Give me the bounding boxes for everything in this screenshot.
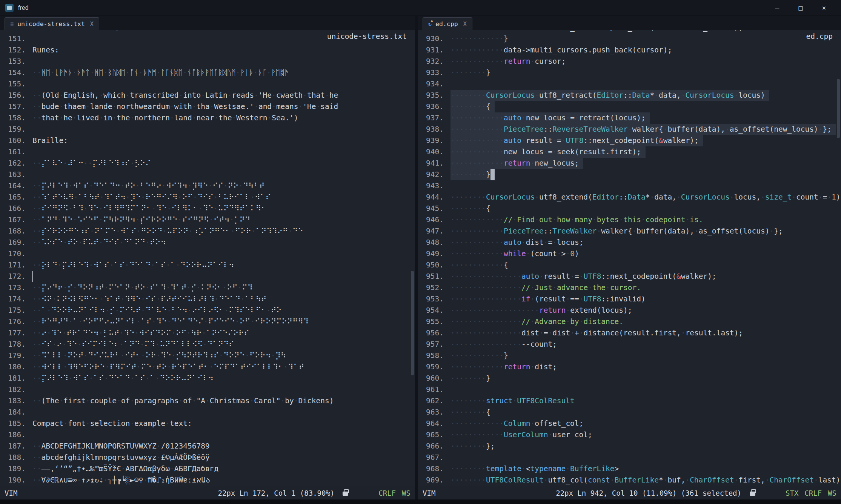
editor-line[interactable]: 956.················dist·=·dist·+·distan…	[418, 327, 841, 339]
editor-line[interactable]: 178.··⠊⠎·⠔·⠹⠑·⠎⠊⠍⠊⠇⠑⠆·⠁⠝⠙·⠍⠹·⠥⠝⠙⠁⠇⠇⠪⠫·⠙⠁…	[0, 339, 415, 350]
editor-line[interactable]: 944.········CursorLocus·utf8_extend(Edit…	[418, 192, 841, 203]
editor-line[interactable]: 157.··bude·thaem·lande·northweardum·with…	[0, 101, 415, 112]
editor-line[interactable]: 161.	[0, 146, 415, 158]
editor-line[interactable]: 932.············return·cursor;	[418, 56, 841, 67]
editor-line[interactable]: 963.········{	[418, 407, 841, 418]
editor-line[interactable]: 190.··∀∂∈ℝ∧∪≡∞·↑↗↨↻⇣·┐┼╔╘░►☺♀·ﬁ�⑀₂ἠḂӥẄɐː…	[0, 475, 415, 486]
editor-line[interactable]: 945.········{	[418, 203, 841, 214]
editor-line[interactable]: 156.··(Old·English,·which·transcribed·in…	[0, 90, 415, 101]
editor-line[interactable]: 162.··⡌⠁⠧⠑·⠼⠁⠒··⡍⠜⠇⠑⠹⠰⠎·⡣⠕⠌	[0, 158, 415, 169]
editor-line[interactable]: 942.········}	[418, 169, 841, 180]
editor-line[interactable]: 181.··⡍⠜⠇⠑⠹·⠺⠁⠎·⠁⠎·⠙⠑⠁⠙·⠁⠎·⠁·⠙⠕⠕⠗⠤⠝⠁⠊⠇⠲	[0, 373, 415, 384]
editor-line[interactable]: 167.··⠁⠝⠙·⠹⠑·⠡⠊⠑⠋·⠍⠳⠗⠝⠻⠲·⡎⠊⠗⠕⠕⠛⠑·⠎⠊⠛⠝⠫·⠊…	[0, 214, 415, 226]
left-scrollbar-thumb[interactable]	[411, 271, 414, 375]
editor-line[interactable]: 957.················--count;	[418, 339, 841, 350]
editor-line[interactable]: 160.Braille:	[0, 135, 415, 146]
editor-line[interactable]: 169.··⠡⠕⠎⠑·⠞⠕·⠏⠥⠞·⠙⠊⠎·⠙⠁⠝⠙·⠞⠕⠲	[0, 237, 415, 248]
editor-line[interactable]: 931.············data->multi_cursors.push…	[418, 45, 841, 56]
editor-line[interactable]: 959.············return·dist;	[418, 361, 841, 373]
editor-line[interactable]: 938.············PieceTree::ReverseTreeWa…	[418, 124, 841, 135]
editor-line[interactable]: 179.··⠩⠁⠇⠇·⠝⠕⠞·⠙⠊⠌⠥⠗⠃·⠊⠞⠂·⠕⠗·⠹⠑·⡊⠳⠝⠞⠗⠹⠰⠎…	[0, 350, 415, 361]
editor-line[interactable]: 180.··⠺⠊⠇⠇·⠹⠻⠑⠋⠕⠗⠑·⠏⠻⠍⠊⠞·⠍⠑·⠞⠕·⠗⠑⠏⠑⠁⠞⠂·⠑…	[0, 361, 415, 373]
right-filename-overlay: ed.cpp	[806, 31, 833, 42]
close-button[interactable]: ×	[812, 0, 836, 16]
tab-ed-cpp[interactable]: ↻ ed.cpp X	[423, 17, 472, 30]
editor-line[interactable]: 969.········UTF8ColResult·utf8_col(const…	[418, 475, 841, 486]
editor-line[interactable]: 152.Runes:	[0, 45, 415, 56]
editor-line[interactable]: 929.················data->multi_cursors.…	[418, 30, 841, 33]
pane-divider[interactable]	[415, 16, 418, 499]
editor-line[interactable]: 951.················auto·result·=·UTF8::…	[418, 271, 841, 282]
editor-line[interactable]: 964.············Column·offset_col;	[418, 418, 841, 429]
editor-line[interactable]: 164.··⡍⠜⠇⠑⠹·⠺⠁⠎·⠙⠑⠁⠙⠒·⠞⠕·⠃⠑⠛⠔·⠺⠊⠹⠲·⡹⠻⠑·⠊…	[0, 180, 415, 192]
editor-line[interactable]: 939.············auto·result·=·UTF8::next…	[418, 135, 841, 146]
editor-line[interactable]: 934.	[418, 78, 841, 90]
editor-line[interactable]: 170.	[0, 248, 415, 260]
editor-line[interactable]: 958.············}	[418, 350, 841, 361]
editor-line[interactable]: 960.········}	[418, 373, 841, 384]
editor-line[interactable]: 168.··⡎⠊⠗⠕⠕⠛⠑⠰⠎·⠝⠁⠍⠑·⠺⠁⠎·⠛⠕⠕⠙·⠥⠏⠕⠝·⠰⡡⠁⠝⠛…	[0, 226, 415, 237]
lock-icon[interactable]	[750, 492, 755, 496]
editor-line[interactable]: 163.	[0, 169, 415, 180]
editor-line[interactable]: 952.················//·Just·advance·the·…	[418, 282, 841, 293]
editor-line[interactable]: 930.············}	[418, 33, 841, 45]
tab-unicode-stress-txt[interactable]: ≣ unicode-stress.txt X	[5, 17, 99, 30]
editor-line[interactable]: 158.··that·he·lived·in·the·northern·land…	[0, 112, 415, 124]
line-number: 189.	[0, 463, 32, 475]
minimize-button[interactable]: –	[766, 0, 789, 16]
editor-line[interactable]: 949.············while·(count·>·0)	[418, 248, 841, 260]
editor-line[interactable]: 933.········}	[418, 67, 841, 78]
editor-line[interactable]: 189.··–—‚‘’“”„†•…‰™œŠŸž€·ΑΒΓΔΩαβγδω·АБВГ…	[0, 463, 415, 475]
tab-close-button[interactable]: X	[463, 21, 467, 28]
editor-line[interactable]: 941.············return·new_locus;	[418, 158, 841, 169]
editor-line[interactable]: 954.····················return·extend(lo…	[418, 305, 841, 316]
editor-line[interactable]: 937.············auto·new_locus·=·retract…	[418, 112, 841, 124]
editor-line[interactable]: 935.········CursorLocus·utf8_retract(Edi…	[418, 90, 841, 101]
editor-line[interactable]: 950.············{	[418, 260, 841, 271]
editor-line[interactable]: 185.Compact·font·selection·example·text:	[0, 418, 415, 429]
line-number: 151.	[0, 33, 32, 45]
editor-line[interactable]: 159.	[0, 124, 415, 135]
editor-line[interactable]: 177.··⠔·⠹⠑·⠞⠗⠁⠙⠑⠲·⡃⠥⠞·⠹⠑·⠺⠊⠎⠙⠕⠍·⠕⠋·⠳⠗·⠁⠝…	[0, 327, 415, 339]
editor-line[interactable]: 936.········{	[418, 101, 841, 112]
editor-line[interactable]: 940.············new_locus·=·seek(result.…	[418, 146, 841, 158]
editor-line[interactable]: 176.··⠗⠑⠛⠜⠙·⠁·⠊⠕⠋⠋⠔⠤⠝⠁⠊⠇·⠁⠎·⠹⠑·⠙⠑⠁⠙⠑⠌·⠏⠊…	[0, 316, 415, 327]
editor-line[interactable]: 967.	[418, 452, 841, 463]
editor-line[interactable]: 943.	[418, 180, 841, 192]
editor-line[interactable]: 961.	[418, 384, 841, 395]
line-number: 152.	[0, 45, 32, 56]
editor-line[interactable]: 183.··(The·first·couple·of·paragraphs·of…	[0, 395, 415, 407]
editor-line[interactable]: 966.········};	[418, 441, 841, 452]
editor-line[interactable]: 153.	[0, 56, 415, 67]
right-scrollbar-thumb[interactable]	[837, 79, 840, 138]
editor-line[interactable]: 175.··⠁·⠙⠕⠕⠗⠤⠝⠁⠊⠇⠲·⡊·⠍⠊⠣⠞·⠙⠁⠧⠑·⠃⠑⠲·⠔⠊⠇⠔⠫…	[0, 305, 415, 316]
editor-line[interactable]: 174.··⠪⠝·⠅⠝⠪⠇⠫⠛⠑⠂·⠱⠁⠞·⠹⠻⠑·⠊⠎·⠏⠜⠞⠊⠊⠥⠇⠜⠇⠹·…	[0, 293, 415, 305]
editor-line[interactable]: 955.················//·Advance·by·distan…	[418, 316, 841, 327]
editor-line[interactable]: 947.············PieceTree::TreeWalker·wa…	[418, 226, 841, 237]
editor-line[interactable]: 962.········struct·UTF8ColResult	[418, 395, 841, 407]
editor-line[interactable]: 946.············//·Find·out·how·many·byt…	[418, 214, 841, 226]
editor-line[interactable]: 182.	[0, 384, 415, 395]
editor-line[interactable]: 187.··ABCDEFGHIJKLMNOPQRSTUVWXYZ·/012345…	[0, 441, 415, 452]
editor-line[interactable]: 166.··⠎⠊⠛⠝⠫·⠃⠹·⠹⠑·⠊⠇⠻⠛⠹⠍⠁⠝⠂·⠹⠑·⠊⠇⠻⠅⠂·⠹⠑·…	[0, 203, 415, 214]
maximize-button[interactable]: □	[789, 0, 812, 16]
editor-line[interactable]: 953.················if·(result·==·UTF8::…	[418, 293, 841, 305]
editor-line[interactable]: 965.············UserColumn·user_col;	[418, 429, 841, 441]
editor-line[interactable]: 186.	[0, 429, 415, 441]
right-editor[interactable]: ed.cpp 929.················data->multi_c…	[418, 30, 841, 486]
editor-line[interactable]: 155.	[0, 78, 415, 90]
tab-close-button[interactable]: X	[90, 21, 94, 28]
editor-line[interactable]: 171.··⡕⠇⠙·⡍⠜⠇⠑⠹·⠺⠁⠎·⠁⠎·⠙⠑⠁⠙·⠁⠎·⠁·⠙⠕⠕⠗⠤⠝⠁…	[0, 260, 415, 271]
editor-line[interactable]: 154.··ᚻᛖ·ᚳᚹᚫᚦ·ᚦᚫᛏ·ᚻᛖ·ᛒᚢᛞᛖ·ᚩᚾ·ᚦᚫᛗ·ᛚᚪᚾᛞᛖ·ᚾ…	[0, 67, 415, 78]
left-editor[interactable]: unicode-stress.txt 150.··እግርህን·በፍራሽህ·ልክ·…	[0, 30, 415, 486]
editor-line[interactable]: 188.··abcdefghijklmnopqrstuvwxyz·£©µÀÆÖÞ…	[0, 452, 415, 463]
line-number: 966.	[418, 441, 450, 452]
editor-line[interactable]: 165.··⠱⠁⠞⠑⠧⠻·⠁⠃⠳⠞·⠹⠁⠞⠲·⡹⠑·⠗⠑⠛⠊⠌⠻·⠕⠋·⠙⠊⠎·…	[0, 192, 415, 203]
editor-line[interactable]: 172.	[0, 271, 415, 282]
editor-line[interactable]: 968.········template·<typename·BufferLik…	[418, 463, 841, 475]
line-number: 162.	[0, 158, 32, 169]
editor-line[interactable]: 184.	[0, 407, 415, 418]
lock-icon[interactable]	[343, 492, 348, 496]
editor-line[interactable]: 173.··⡍⠔⠙⠖·⡊·⠙⠕⠝⠰⠞·⠍⠑⠁⠝·⠞⠕·⠎⠁⠹·⠹⠁⠞·⡊·⠅⠝⠪…	[0, 282, 415, 293]
editor-line[interactable]: 948.············auto·dist·=·locus;	[418, 237, 841, 248]
